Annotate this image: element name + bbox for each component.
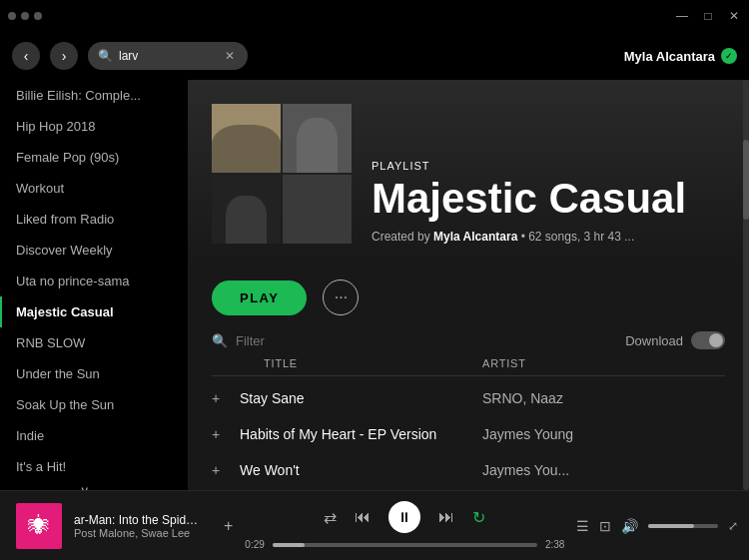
track-row[interactable]: +Stay SaneSRNO, Naaz: [188, 380, 749, 416]
track-artist: SRNO, Naaz: [482, 390, 725, 406]
prev-button[interactable]: ⏮: [355, 508, 371, 526]
repeat-button[interactable]: ↻: [472, 508, 485, 527]
playback-controls: ⇄ ⏮ ⏸ ⏭ ↻: [324, 501, 485, 533]
art-cell-2: [283, 104, 352, 173]
sidebar: Billie Eilish: Comple...Hip Hop 2018Fema…: [0, 80, 188, 490]
next-button[interactable]: ⏭: [438, 508, 454, 526]
track-row[interactable]: +MoondustJaymes Young: [188, 488, 749, 490]
progress-bar-container: 0:29 2:38: [245, 539, 564, 550]
user-name: Myla Alcantara: [624, 49, 715, 64]
player-track-name: ar-Man: Into the Spider-Ve: [74, 513, 204, 527]
playlist-meta: Created by Myla Alcantara • 62 songs, 3 …: [372, 230, 686, 244]
track-rows-container: +Stay SaneSRNO, Naaz+Habits of My Heart …: [188, 380, 749, 490]
sidebar-item-7[interactable]: Majestic Casual: [0, 296, 188, 327]
track-title: We Won't: [240, 462, 482, 478]
filter-search-area: 🔍: [212, 333, 403, 348]
track-row[interactable]: +Habits of My Heart - EP VersionJaymes Y…: [188, 416, 749, 452]
download-label: Download: [625, 333, 683, 348]
playlist-info: PLAYLIST Majestic Casual Created by Myla…: [372, 104, 686, 244]
search-icon: 🔍: [98, 49, 113, 63]
playlist-creator: Myla Alcantara: [433, 230, 517, 244]
playlist-type-label: PLAYLIST: [372, 160, 686, 172]
sidebar-item-6[interactable]: Uta no prince-sama: [0, 266, 188, 296]
track-add-icon[interactable]: +: [212, 426, 240, 442]
track-add-icon[interactable]: +: [212, 390, 240, 406]
progress-fill: [273, 543, 305, 547]
art-cell-4: [283, 175, 352, 244]
dot-3: [34, 12, 42, 20]
player-center-controls: ⇄ ⏮ ⏸ ⏭ ↻ 0:29 2:38: [245, 501, 564, 550]
search-box: 🔍 ✕: [88, 42, 248, 70]
search-input[interactable]: [119, 49, 219, 63]
title-bar-dots: [8, 12, 42, 20]
sidebar-item-1[interactable]: Hip Hop 2018: [0, 111, 188, 142]
maximize-button[interactable]: □: [701, 9, 715, 23]
download-toggle[interactable]: [691, 331, 725, 349]
back-button[interactable]: ‹: [12, 42, 40, 70]
sidebar-item-12[interactable]: It's a Hit!: [0, 451, 188, 482]
sidebar-item-10[interactable]: Soak Up the Sun: [0, 389, 188, 420]
playlist-controls: PLAY ···: [188, 264, 749, 331]
track-add-icon[interactable]: +: [212, 462, 240, 478]
dot-2: [21, 12, 29, 20]
nav-bar: ‹ › 🔍 ✕ Myla Alcantara ✓: [0, 32, 749, 80]
queue-icon[interactable]: ☰: [576, 518, 589, 534]
track-artist: Jaymes You...: [482, 462, 725, 478]
track-artist: Jaymes Young: [482, 426, 725, 442]
player-track-info: ar-Man: Into the Spider-Ve Post Malone, …: [74, 513, 204, 539]
close-button[interactable]: ✕: [727, 9, 741, 23]
toggle-knob: [709, 333, 723, 347]
playlist-title: Majestic Casual: [372, 176, 686, 222]
play-button[interactable]: PLAY: [212, 280, 307, 315]
sidebar-item-0[interactable]: Billie Eilish: Comple...: [0, 80, 188, 111]
playlist-art: [212, 104, 352, 244]
more-options-button[interactable]: ···: [323, 280, 359, 315]
track-title: Stay Sane: [240, 390, 482, 406]
sidebar-item-8[interactable]: RNB SLOW: [0, 327, 188, 358]
user-verified-badge: ✓: [721, 48, 737, 64]
current-time: 0:29: [245, 539, 264, 550]
filter-input[interactable]: [236, 333, 403, 348]
track-row[interactable]: +We Won'tJaymes You...: [188, 452, 749, 488]
main-area: Billie Eilish: Comple...Hip Hop 2018Fema…: [0, 80, 749, 490]
playlist-song-count: 62 songs, 3 hr 43 ...: [528, 230, 634, 244]
art-cell-1: [212, 104, 281, 173]
track-headers: TITLE ARTIST: [212, 357, 725, 376]
sidebar-item-11[interactable]: Indie: [0, 420, 188, 451]
art-cell-3: [212, 175, 281, 244]
volume-bar[interactable]: [648, 524, 718, 528]
pause-button[interactable]: ⏸: [388, 501, 420, 533]
track-title: Habits of My Heart - EP Version: [240, 426, 482, 442]
content-area: PLAYLIST Majestic Casual Created by Myla…: [188, 80, 749, 490]
player-add-button[interactable]: +: [224, 517, 233, 535]
title-bar-controls: — □ ✕: [675, 9, 741, 23]
search-clear-button[interactable]: ✕: [225, 49, 235, 63]
player-right-controls: ☰ ⊡ 🔊 ⤢: [576, 518, 738, 534]
dot-1: [8, 12, 16, 20]
content-scrollbar: [743, 80, 749, 490]
track-header-num: [236, 357, 264, 369]
devices-icon[interactable]: ⊡: [599, 518, 611, 534]
progress-track[interactable]: [273, 543, 537, 547]
track-header-artist: ARTIST: [482, 357, 701, 369]
sidebar-item-9[interactable]: Under the Sun: [0, 358, 188, 389]
player-album-art: 🕷: [16, 503, 62, 549]
volume-icon[interactable]: 🔊: [621, 518, 638, 534]
shuffle-button[interactable]: ⇄: [324, 508, 337, 527]
volume-fill: [648, 524, 694, 528]
title-bar: — □ ✕: [0, 0, 749, 32]
sidebar-item-3[interactable]: Workout: [0, 173, 188, 204]
sidebar-scroll-down[interactable]: ∨: [0, 482, 188, 490]
filter-search-icon: 🔍: [212, 333, 228, 348]
track-header-title: TITLE: [264, 357, 482, 369]
forward-button[interactable]: ›: [50, 42, 78, 70]
chevron-down-icon: ∨: [80, 483, 90, 491]
minimize-button[interactable]: —: [675, 9, 689, 23]
sidebar-item-5[interactable]: Discover Weekly: [0, 235, 188, 266]
sidebar-item-2[interactable]: Female Pop (90s): [0, 142, 188, 173]
track-list-container[interactable]: 🔍 Download TITLE ARTIST +Stay SaneSRNO, …: [188, 331, 749, 490]
player-bar: 🕷 ar-Man: Into the Spider-Ve Post Malone…: [0, 490, 749, 560]
spider-icon: 🕷: [28, 513, 50, 539]
sidebar-item-4[interactable]: Liked from Radio: [0, 204, 188, 235]
expand-button[interactable]: ⤢: [728, 519, 738, 533]
